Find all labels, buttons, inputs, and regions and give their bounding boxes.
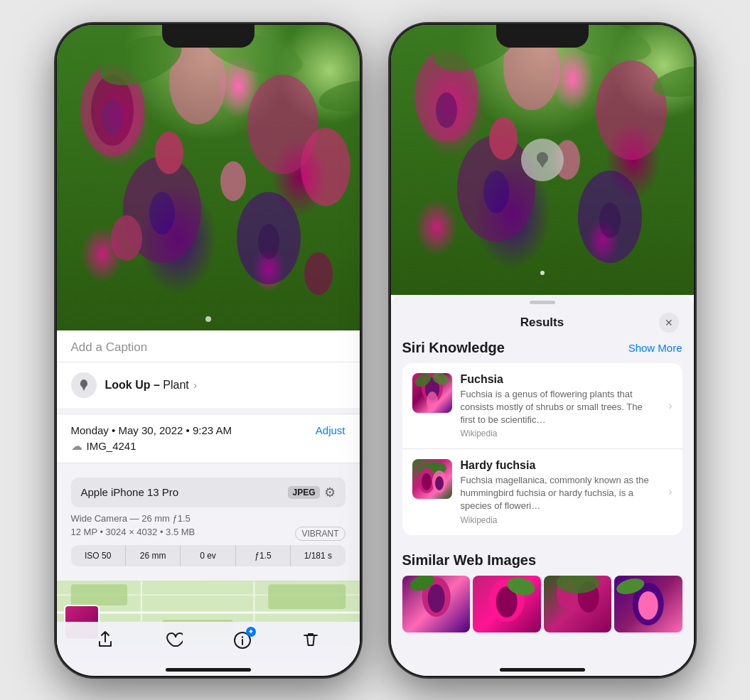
device-name: Apple iPhone 13 Pro [81,486,179,498]
phone2-screen: Results ✕ Siri Knowledge Show More [391,25,694,676]
exif-mm: 26 mm [126,545,181,566]
siri-knowledge-section: Siri Knowledge Show More [391,340,694,541]
svg-point-9 [316,75,360,116]
svg-point-51 [435,476,444,490]
svg-point-11 [220,161,246,201]
svg-point-53 [427,584,444,613]
svg-point-6 [301,128,350,206]
share-button[interactable] [96,630,114,653]
siri-knowledge-title: Siri Knowledge [402,340,505,356]
svg-point-27 [242,636,243,637]
bottom-toolbar: ✦ [57,622,360,662]
page-indicator-2 [540,271,545,275]
phone1-screen: Add a Caption Look Up – Plant › [57,25,360,676]
jpeg-badge: JPEG [288,486,319,499]
fuchsia-chevron-icon: › [668,399,672,412]
siri-header: Siri Knowledge Show More [402,340,682,356]
gear-icon[interactable]: ⚙ [324,485,336,500]
similar-web-images-section: Similar Web Images [391,541,694,632]
vibrant-row: 12 MP • 3024 × 4032 • 3.5 MB VIBRANT [71,527,345,541]
svg-rect-25 [268,584,345,609]
svg-point-34 [436,92,457,128]
svg-point-31 [596,60,667,160]
page-indicator-1 [205,316,211,322]
home-indicator-1 [166,668,251,672]
visual-lookup-button[interactable] [521,139,564,181]
svg-point-36 [599,203,621,238]
exif-row: ISO 50 26 mm 0 ev ƒ1.5 1/181 s [71,545,345,566]
svg-point-15 [149,192,175,235]
badge-row: JPEG ⚙ [288,485,335,500]
cloud-icon: ☁ [71,439,82,453]
knowledge-item-hardy-fuchsia[interactable]: Hardy fuchsia Fuchsia magellanica, commo… [402,449,682,535]
fuchsia-info: Fuchsia Fuchsia is a genus of flowering … [461,373,660,439]
lookup-text[interactable]: Look Up – Plant › [105,379,197,392]
trash-button[interactable] [301,630,320,653]
similar-images-grid [402,576,682,632]
date-text: Monday • May 30, 2022 • 9:23 AM [71,424,232,436]
similar-image-1[interactable] [402,576,471,632]
svg-point-46 [427,392,438,411]
close-button[interactable]: ✕ [659,313,679,333]
show-more-button[interactable]: Show More [628,342,682,354]
results-header: Results ✕ [391,304,694,340]
svg-point-40 [489,117,518,160]
date-section: Monday • May 30, 2022 • 9:23 AM Adjust ☁… [57,414,360,463]
hardy-fuchsia-source: Wikipedia [461,515,660,525]
device-section: Apple iPhone 13 Pro JPEG ⚙ Wide Camera —… [57,469,360,575]
svg-point-35 [483,171,509,213]
similar-image-3[interactable] [544,576,612,632]
svg-point-13 [304,252,333,295]
photo-area-2[interactable] [391,25,694,295]
exif-shutter: 1/181 s [291,545,345,566]
hardy-fuchsia-chevron-icon: › [668,485,672,498]
lookup-chevron-icon: › [193,379,197,391]
svg-point-10 [155,131,183,174]
svg-rect-23 [70,584,127,605]
knowledge-item-fuchsia[interactable]: Fuchsia Fuchsia is a genus of flowering … [402,363,682,450]
lookup-icon [71,372,97,398]
home-indicator-2 [500,668,585,672]
caption-area[interactable]: Add a Caption [57,330,360,362]
knowledge-card: Fuchsia Fuchsia is a genus of flowering … [402,363,682,535]
similar-title: Similar Web Images [402,552,682,569]
exif-ev: 0 ev [181,545,235,566]
heart-button[interactable] [164,630,183,653]
device-row: Apple iPhone 13 Pro JPEG ⚙ [71,478,345,507]
fuchsia-thumbnail [412,373,452,413]
notch-2 [496,23,589,48]
vibrant-badge: VIBRANT [295,527,345,541]
fuchsia-desc: Fuchsia is a genus of flowering plants t… [461,388,660,427]
hardy-fuchsia-name: Hardy fuchsia [461,459,660,472]
exif-aperture: ƒ1.5 [236,545,291,566]
hardy-fuchsia-desc: Fuchsia magellanica, commonly known as t… [461,474,660,513]
svg-point-14 [102,99,123,135]
results-sheet: Results ✕ Siri Knowledge Show More [391,295,694,676]
info-button[interactable]: ✦ [233,631,252,652]
hardy-fuchsia-thumbnail [412,459,452,499]
lookup-section[interactable]: Look Up – Plant › [57,362,360,408]
photo-area-1[interactable] [57,25,360,330]
svg-point-12 [111,215,142,261]
hardy-fuchsia-info: Hardy fuchsia Fuchsia magellanica, commo… [461,459,660,525]
info-badge: ✦ [246,627,256,637]
svg-point-16 [258,224,279,259]
svg-point-50 [422,473,432,490]
fuchsia-name: Fuchsia [461,373,660,386]
img-name: IMG_4241 [87,440,136,452]
similar-image-2[interactable] [473,576,541,632]
exif-iso: ISO 50 [71,545,126,566]
notch-1 [162,23,255,48]
camera-details: Wide Camera — 26 mm ƒ1.5 [71,513,345,524]
adjust-button[interactable]: Adjust [316,424,345,436]
phone-2: Results ✕ Siri Knowledge Show More [390,23,695,677]
fuchsia-source: Wikipedia [461,429,660,438]
phone-1: Add a Caption Look Up – Plant › [55,23,361,677]
results-title: Results [520,316,564,330]
similar-image-4[interactable] [614,576,682,632]
svg-point-62 [638,591,658,620]
resolution-text: 12 MP • 3024 × 4032 • 3.5 MB [71,527,195,537]
caption-placeholder[interactable]: Add a Caption [71,340,148,354]
